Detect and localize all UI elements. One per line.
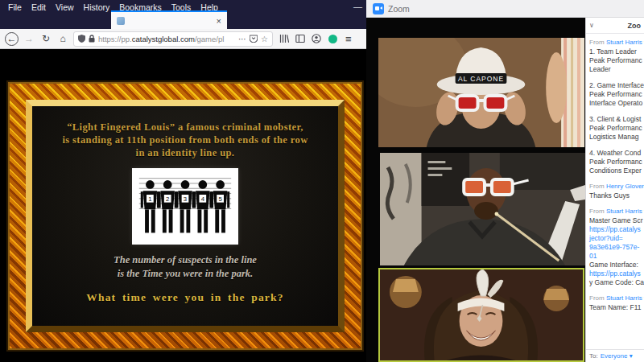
bookmark-star-icon[interactable]: ☆ <box>261 35 268 43</box>
chat-message-sender: From Stuart Harris t <box>589 294 644 302</box>
url-text: https://pp.catalystglobal.com/game/pl <box>98 35 235 43</box>
pocket-icon[interactable] <box>250 35 258 43</box>
account-icon[interactable] <box>312 34 321 43</box>
chat-line <box>589 108 644 115</box>
video-participant-glasses[interactable] <box>380 153 585 265</box>
video-participant-flapper[interactable] <box>378 268 584 362</box>
chat-line: Peak Performanc <box>589 158 644 167</box>
page-content: “Light Fingered Louis” a famous criminal… <box>0 50 369 362</box>
chat-footer: To: Everyone ▾ <box>586 349 644 362</box>
chat-line: Conditions Exper <box>589 167 644 175</box>
lock-icon[interactable] <box>89 35 95 43</box>
chat-line: y Game Code: Ca <box>589 278 644 287</box>
chat-line <box>589 142 644 149</box>
sidebar-icon[interactable] <box>295 34 305 43</box>
chat-message: From Stuart Harris t1. Team LeaderPeak P… <box>589 39 644 175</box>
puzzle-question: What time were you in the park? <box>32 291 338 304</box>
zoom-window: Zoom <box>366 0 644 362</box>
menu-view[interactable]: View <box>51 1 79 14</box>
tab-favicon <box>117 17 125 25</box>
tab-close-icon[interactable]: × <box>217 16 221 26</box>
nav-toolbar: ← → ↻ ⌂ https://pp.catalystglobal.com/ga… <box>0 29 369 49</box>
screen: FileEditViewHistoryBookmarksToolsHelp — … <box>0 0 644 362</box>
menu-file[interactable]: File <box>3 1 27 14</box>
menu-edit[interactable]: Edit <box>27 1 51 14</box>
page-actions-icon[interactable]: ⋯ <box>238 35 246 43</box>
chat-link[interactable]: jector?uid= <box>589 234 644 243</box>
chat-line: Thanks Guys <box>589 191 644 200</box>
chat-line: Peak Performanc <box>589 56 644 65</box>
lineup-image: 12345 <box>132 168 238 245</box>
puzzle-heading: “Light Fingered Louis” a famous criminal… <box>32 121 338 159</box>
url-bar[interactable]: https://pp.catalystglobal.com/game/pl ⋯ … <box>73 31 273 47</box>
chat-line: Peak Performanc <box>589 90 644 99</box>
chat-title: Zoo <box>628 22 642 30</box>
hat-text: AL CAPONE <box>458 75 504 83</box>
puzzle-clue: The number of suspects in the line is th… <box>32 253 338 281</box>
extension-icon[interactable] <box>328 35 337 43</box>
recipient-dropdown[interactable]: Everyone ▾ <box>601 352 633 360</box>
forward-button[interactable]: → <box>23 32 35 45</box>
puzzle-board: “Light Fingered Louis” a famous criminal… <box>32 106 338 326</box>
svg-text:1: 1 <box>148 195 151 203</box>
chat-message: From Stuart Harris tTeam Name: F11 <box>589 294 644 312</box>
chat-line: 2. Game Interface <box>589 81 644 90</box>
chat-panel: ∨ Zoo From Stuart Harris t1. Team Leader… <box>585 18 644 362</box>
chat-line: Leader <box>589 65 644 74</box>
frame-bevel: “Light Fingered Louis” a famous criminal… <box>26 100 345 332</box>
back-button[interactable]: ← <box>5 32 19 46</box>
chat-message-sender: From Stuart Harris t <box>589 39 644 46</box>
reload-button[interactable]: ↻ <box>39 32 52 45</box>
chat-header: ∨ Zoo <box>586 18 644 34</box>
gold-frame: “Light Fingered Louis” a famous criminal… <box>6 80 364 352</box>
tab-strip: × <box>0 14 369 29</box>
chat-message-sender: From Henry Glover t <box>589 183 644 190</box>
shield-icon[interactable] <box>78 35 85 43</box>
svg-text:4: 4 <box>201 195 205 203</box>
home-button[interactable]: ⌂ <box>56 32 69 45</box>
firefox-window: FileEditViewHistoryBookmarksToolsHelp — … <box>0 0 369 362</box>
chat-line: Interface Operato <box>589 99 644 108</box>
menu-history[interactable]: History <box>79 1 115 14</box>
chat-line: Game Interface: <box>589 261 644 269</box>
browser-tab[interactable]: × <box>111 10 227 29</box>
chat-line: 3. Client & Logist <box>589 115 644 124</box>
minimize-button[interactable]: — <box>353 2 362 11</box>
to-label: To: <box>589 352 598 360</box>
chat-line: Logistics Manag <box>589 133 644 142</box>
chat-link[interactable]: 9a3e61e9-757e- <box>589 243 644 252</box>
zoom-window-title: Zoom <box>388 4 410 14</box>
chat-message: From Henry Glover tThanks Guys <box>589 183 644 200</box>
chat-link[interactable]: https://pp.catalys <box>589 269 644 278</box>
chat-line: Peak Performanc <box>589 124 644 133</box>
chat-link[interactable]: https://pp.catalys <box>589 225 644 234</box>
chat-line: Team Name: F11 <box>589 303 644 312</box>
chat-line: Master Game Scr <box>589 216 644 225</box>
chat-message-sender: From Stuart Harris t <box>589 208 644 215</box>
chat-link[interactable]: 01 <box>589 252 644 261</box>
svg-text:2: 2 <box>166 195 169 203</box>
video-participant-hat[interactable]: AL CAPONE <box>378 38 584 147</box>
chevron-down-icon[interactable]: ∨ <box>589 22 594 29</box>
svg-text:3: 3 <box>184 195 187 203</box>
chat-messages: From Stuart Harris t1. Team LeaderPeak P… <box>586 34 644 349</box>
app-menu-icon[interactable]: ≡ <box>345 33 352 45</box>
video-column: AL CAPONE <box>366 18 585 362</box>
chat-line: 1. Team Leader <box>589 47 644 56</box>
zoom-app-icon <box>373 3 384 14</box>
library-icon[interactable] <box>279 34 289 43</box>
chat-line <box>589 74 644 81</box>
chat-line: 4. Weather Cond <box>589 149 644 158</box>
zoom-titlebar[interactable]: Zoom <box>366 0 644 18</box>
chat-message: From Stuart Harris tMaster Game Scrhttps… <box>589 208 644 287</box>
svg-text:5: 5 <box>218 195 221 203</box>
